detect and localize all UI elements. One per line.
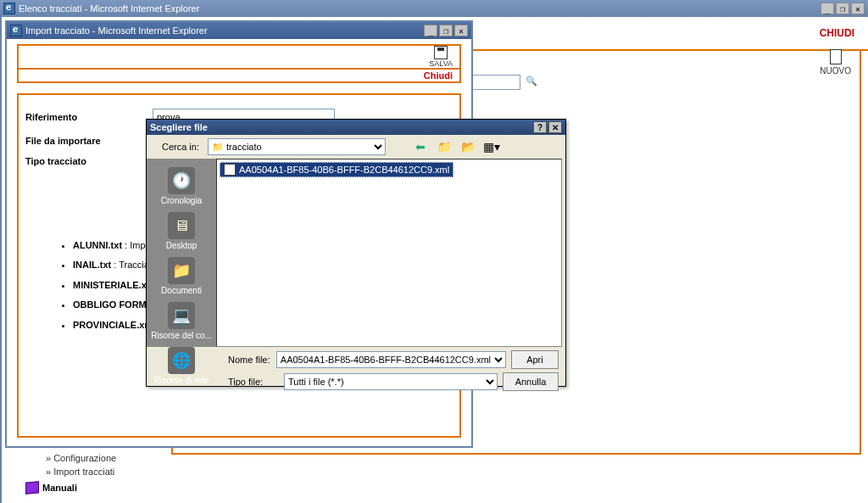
annulla-button[interactable]: Annulla (503, 372, 559, 391)
tree-item-manuali[interactable]: Manuali (25, 482, 116, 494)
left-nav-tree: » Configurazione » Import tracciati Manu… (12, 450, 116, 494)
salva-button[interactable]: SALVA (429, 46, 453, 68)
header-search-input[interactable] (470, 75, 520, 90)
fileimport-label: File da importare (25, 136, 153, 146)
minimize-button[interactable]: _ (821, 3, 834, 14)
new-folder-button[interactable]: 📂 (459, 137, 477, 156)
file-dialog-toolbar: Cerca in: 📁 tracciato ⬅ 📁 📂 ▦▾ (147, 135, 565, 159)
place-icon: 💻 (168, 302, 195, 329)
cercain-label: Cerca in: (153, 142, 203, 152)
file-icon (224, 164, 236, 176)
book-icon (25, 481, 39, 495)
toolbar-box: SALVA (17, 44, 461, 70)
search-icon[interactable]: 🔍 (526, 75, 539, 89)
ie-icon (10, 25, 22, 36)
sidebar-place-item[interactable]: 🖥Desktop (151, 210, 212, 252)
tree-item-configurazione[interactable]: » Configurazione (46, 453, 116, 463)
file-dialog-title: Scegliere file (150, 122, 208, 132)
inner-window-title: Import tracciato - Microsoft Internet Ex… (25, 25, 208, 36)
place-icon: 📁 (168, 257, 195, 284)
sidebar-place-item[interactable]: 🕐Cronologia (151, 165, 212, 207)
app-chiudi-button[interactable]: CHIUDI (813, 27, 861, 39)
file-item-selected[interactable]: AA0504A1-BF85-40B6-BFFF-B2CB44612CC9.xml (220, 162, 453, 177)
apri-button[interactable]: Apri (511, 350, 559, 369)
file-dialog-sidebar: 🕐Cronologia🖥Desktop📁Documenti💻Risorse de… (147, 159, 216, 347)
tipofile-label: Tipo file: (228, 377, 279, 387)
inner-minimize-button[interactable]: _ (424, 25, 437, 36)
file-open-dialog: Scegliere file ? ✕ Cerca in: 📁 tracciato… (146, 119, 566, 387)
close-button[interactable]: ✕ (851, 3, 865, 14)
up-folder-button[interactable]: 📁 (435, 137, 453, 156)
inner-restore-button[interactable]: ❐ (439, 25, 453, 36)
place-icon: 🖥 (168, 212, 195, 239)
save-icon (434, 46, 448, 59)
document-icon (830, 49, 842, 64)
dialog-close-button[interactable]: ✕ (548, 121, 562, 133)
dialog-help-button[interactable]: ? (533, 121, 547, 133)
tree-item-import-tracciati[interactable]: » Import tracciati (46, 467, 116, 477)
inner-window-titlebar: Import tracciato - Microsoft Internet Ex… (7, 22, 471, 39)
nuovo-button[interactable]: NUOVO (820, 49, 851, 75)
outer-window-title: Elenco tracciati - Microsoft Internet Ex… (19, 3, 199, 14)
sidebar-place-item[interactable]: 💻Risorse del co... (151, 300, 212, 342)
ie-icon (3, 3, 15, 14)
filename-input[interactable]: AA0504A1-BF85-40B6-BFFF-B2CB44612CC9.xml (276, 351, 506, 368)
file-list-area[interactable]: AA0504A1-BF85-40B6-BFFF-B2CB44612CC9.xml (216, 159, 562, 347)
chiudi-link[interactable]: Chiudi (424, 70, 453, 81)
restore-button[interactable]: ❐ (836, 3, 849, 14)
file-dialog-titlebar: Scegliere file ? ✕ (147, 120, 565, 135)
lookin-select[interactable]: 📁 tracciato (208, 138, 386, 155)
tipotracciato-label: Tipo tracciato (25, 156, 153, 166)
back-button[interactable]: ⬅ (411, 137, 430, 156)
outer-window-titlebar: Elenco tracciati - Microsoft Internet Ex… (0, 0, 868, 17)
filetype-select[interactable]: Tutti i file (*.*) (284, 373, 498, 390)
place-icon: 🕐 (168, 167, 195, 194)
nomefile-label: Nome file: (228, 355, 271, 365)
sidebar-place-item[interactable]: 📁Documenti (151, 255, 212, 297)
inner-close-button[interactable]: ✕ (454, 25, 468, 36)
riferimento-label: Riferimento (25, 112, 153, 122)
views-button[interactable]: ▦▾ (482, 137, 501, 156)
